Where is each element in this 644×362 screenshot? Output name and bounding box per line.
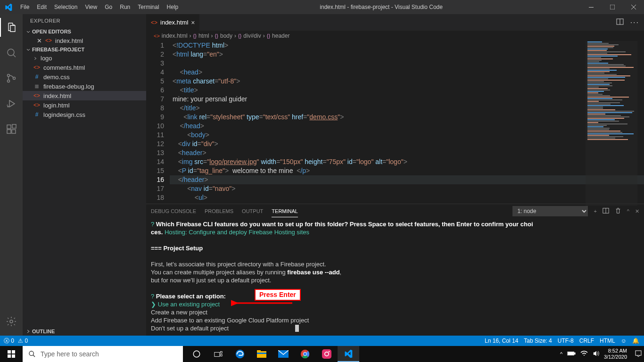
svg-rect-42 — [322, 349, 331, 359]
file-label[interactable]: index.html — [55, 37, 83, 44]
log-file-icon: ≣ — [33, 82, 41, 90]
maximize-button[interactable] — [602, 0, 623, 14]
close-icon[interactable]: ✕ — [37, 37, 42, 44]
search-icon[interactable] — [0, 43, 23, 62]
status-tabsize[interactable]: Tab Size: 4 — [524, 337, 552, 344]
chrome-icon[interactable] — [294, 346, 316, 362]
file-firebase-log[interactable]: ≣firebase-debug.log — [23, 82, 146, 91]
edge-icon[interactable] — [229, 346, 251, 362]
notifications-icon[interactable] — [635, 350, 642, 358]
debug-icon[interactable] — [0, 94, 23, 113]
status-encoding[interactable]: UTF-8 — [558, 337, 574, 344]
crumb-body[interactable]: {}body — [215, 33, 232, 39]
code-content[interactable]: <!DOCTYPE html><html lang="en"> <head><m… — [170, 41, 644, 204]
status-errors[interactable]: ⓧ 0 — [4, 337, 14, 345]
status-bell-icon[interactable]: 🔔 — [632, 337, 639, 344]
svg-rect-1 — [610, 5, 615, 9]
maximize-panel-icon[interactable]: ^ — [627, 206, 629, 217]
tab-terminal[interactable]: TERMINAL — [272, 206, 298, 217]
status-cursor[interactable]: Ln 16, Col 14 — [485, 337, 518, 344]
svg-rect-34 — [257, 350, 261, 352]
settings-icon[interactable] — [0, 312, 23, 331]
svg-point-28 — [193, 351, 200, 357]
menu-run[interactable]: Run — [116, 4, 134, 10]
menu-edit[interactable]: Edit — [33, 4, 50, 10]
status-warnings[interactable]: ⚠ 0 — [18, 337, 28, 344]
file-comments[interactable]: <>comments.html — [23, 63, 146, 72]
start-button[interactable] — [0, 346, 23, 362]
menu-view[interactable]: View — [81, 4, 101, 10]
search-placeholder: Type here to search — [41, 350, 99, 358]
battery-icon[interactable] — [567, 351, 576, 357]
svg-point-26 — [29, 351, 33, 355]
status-feedback-icon[interactable]: ☺ — [621, 337, 627, 344]
cortana-icon[interactable] — [186, 346, 207, 362]
menu-go[interactable]: Go — [101, 4, 116, 10]
open-editors-header[interactable]: OPEN EDITORS — [23, 27, 146, 36]
svg-rect-46 — [574, 353, 575, 354]
taskbar-clock[interactable]: 8:52 AM 3/12/2020 — [604, 348, 630, 360]
svg-rect-24 — [8, 354, 11, 358]
more-actions-icon[interactable]: ··· — [630, 18, 639, 27]
split-editor-icon[interactable] — [616, 18, 624, 27]
file-index-html[interactable]: <>index.html — [23, 91, 146, 100]
status-bar: ⓧ 0 ⚠ 0 Ln 16, Col 14 Tab Size: 4 UTF-8 … — [0, 336, 644, 346]
open-editor-item: ✕ <> index.html — [23, 36, 146, 45]
svg-rect-25 — [12, 354, 15, 358]
svg-rect-47 — [568, 352, 574, 354]
crumb-file[interactable]: <>index.html — [154, 33, 188, 39]
folder-logo[interactable]: logo — [23, 54, 146, 63]
tab-debug-console[interactable]: DEBUG CONSOLE — [151, 206, 196, 217]
file-login-html[interactable]: <>login.html — [23, 100, 146, 110]
tab-output[interactable]: OUTPUT — [242, 206, 263, 217]
code-editor[interactable]: 123456789101112131415161718 <!DOCTYPE ht… — [146, 41, 644, 204]
editor-area: <> index.html × ··· <>index.html › {}htm… — [146, 14, 644, 336]
taskbar-search[interactable]: Type here to search — [23, 346, 183, 362]
project-header[interactable]: FIREBASE-PROJECT — [23, 45, 146, 54]
svg-point-41 — [304, 353, 307, 356]
tab-close-icon[interactable]: × — [191, 19, 195, 26]
crumb-header[interactable]: {}header — [267, 33, 290, 39]
mail-icon[interactable] — [272, 346, 294, 362]
kill-terminal-icon[interactable] — [615, 205, 621, 218]
svg-line-27 — [33, 355, 35, 357]
extensions-icon[interactable] — [0, 120, 23, 139]
title-bar: File Edit Selection View Go Run Terminal… — [0, 0, 644, 14]
new-terminal-icon[interactable]: + — [594, 206, 596, 217]
svg-rect-48 — [636, 351, 641, 355]
split-terminal-icon[interactable] — [603, 205, 609, 218]
source-control-icon[interactable] — [0, 69, 23, 88]
minimize-button[interactable] — [580, 0, 602, 14]
outline-header[interactable]: OUTLINE — [23, 327, 146, 336]
explorer-icon[interactable] — [0, 18, 23, 37]
sidebar: EXPLORER OPEN EDITORS ✕ <> index.html FI… — [23, 14, 146, 336]
task-view-icon[interactable] — [207, 346, 229, 362]
html-file-icon: <> — [45, 37, 52, 44]
close-button[interactable] — [623, 0, 644, 14]
status-language[interactable]: HTML — [600, 337, 615, 344]
file-explorer-icon[interactable] — [251, 346, 272, 362]
vscode-taskbar-icon[interactable] — [338, 346, 359, 362]
crumb-div[interactable]: {}div#div — [238, 33, 261, 39]
svg-rect-11 — [7, 125, 11, 129]
close-panel-icon[interactable]: ✕ — [635, 206, 639, 217]
file-logindesign-css[interactable]: #logindesign.css — [23, 110, 146, 119]
crumb-html[interactable]: {}html — [193, 33, 209, 39]
file-demo-css[interactable]: #demo.css — [23, 72, 146, 82]
svg-marker-9 — [9, 100, 15, 107]
menu-terminal[interactable]: Terminal — [134, 4, 163, 10]
tray-expand-icon[interactable]: ^ — [560, 351, 562, 357]
tab-index-html[interactable]: <> index.html × — [146, 14, 200, 31]
terminal-output[interactable]: ? Which Firebase CLI features do you wan… — [146, 218, 644, 336]
menu-file[interactable]: File — [17, 4, 33, 10]
tab-problems[interactable]: PROBLEMS — [205, 206, 233, 217]
volume-icon[interactable] — [593, 350, 599, 358]
status-eol[interactable]: CRLF — [579, 337, 594, 344]
wifi-icon[interactable] — [580, 351, 588, 357]
menu-selection[interactable]: Selection — [50, 4, 81, 10]
svg-rect-35 — [257, 353, 266, 354]
menu-help[interactable]: Help — [163, 4, 182, 10]
instagram-icon[interactable] — [316, 346, 338, 362]
html-file-icon: <> — [33, 64, 41, 71]
terminal-dropdown[interactable]: 1: node — [512, 206, 588, 216]
